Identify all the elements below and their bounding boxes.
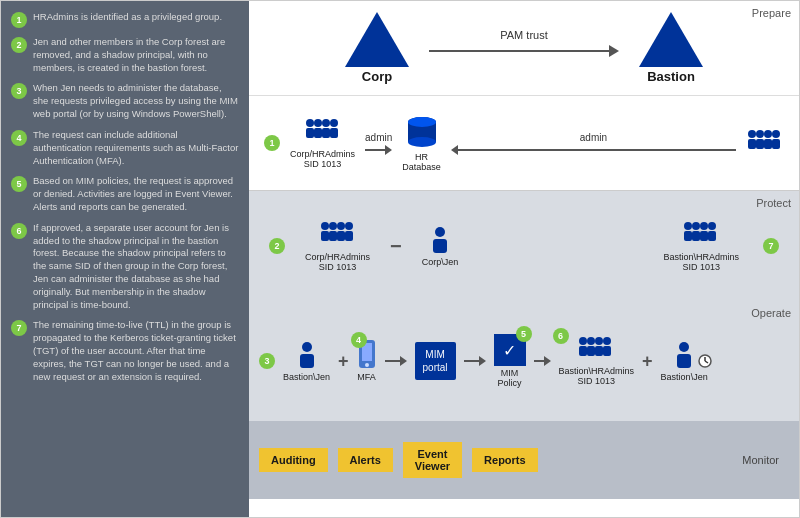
svg-point-16 <box>764 130 772 138</box>
step-circle-6: 6 <box>11 223 27 239</box>
top-area: Corp PAM trust Bastion Prepare <box>249 1 799 96</box>
svg-point-30 <box>684 222 692 230</box>
prepare-section: 1 Corp/HRAdminsSID 1013 admin <box>249 96 799 191</box>
operate-bastionjen-label: Bastion\Jen <box>283 372 330 382</box>
mim-portal-line2: portal <box>423 361 448 374</box>
bastion-group-people-icon <box>746 128 784 158</box>
corp-label: Corp <box>362 69 392 84</box>
step-2: 2 Jen and other members in the Corp fore… <box>11 36 239 74</box>
step-4: 4 The request can include additional aut… <box>11 129 239 167</box>
arrow-shaft <box>429 50 609 52</box>
corp-hradmins-label: Corp/HRAdminsSID 1013 <box>290 149 355 169</box>
operate-jen-icon <box>297 340 317 370</box>
plus-icon-2: + <box>642 351 653 372</box>
operate-arrow-3 <box>534 356 551 366</box>
protect-section: 2 Corp/HRAdminsSID 1013 − <box>249 191 799 301</box>
operate-jen2-icon <box>674 340 694 370</box>
arrow-head-left-icon <box>385 145 392 155</box>
operate-section: 3 Bastion\Jen + 4 MFA <box>249 301 799 421</box>
mim-policy-group: 5 ✓ MIMPolicy <box>494 334 526 388</box>
svg-point-51 <box>679 342 689 352</box>
svg-point-49 <box>603 337 611 345</box>
bastion-label: Bastion <box>647 69 695 84</box>
admin-right-label: admin <box>580 132 607 143</box>
step-text-6: If approved, a separate user account for… <box>33 222 239 312</box>
operate-section-label: Operate <box>751 307 791 319</box>
protect-bastion-hr-group: Bastion\HRAdminsSID 1013 <box>663 220 739 272</box>
svg-point-47 <box>595 337 603 345</box>
step-text-3: When Jen needs to administer the databas… <box>33 82 239 120</box>
event-viewer-button[interactable]: Event Viewer <box>403 442 462 478</box>
database-icon <box>404 114 440 150</box>
left-panel: 1 HRAdmins is identified as a privileged… <box>1 1 249 517</box>
svg-point-28 <box>435 227 445 237</box>
protect-section-label: Protect <box>756 197 791 209</box>
hr-database-label: HRDatabase <box>402 152 441 172</box>
prepare-step-badge: 1 <box>264 135 280 151</box>
protect-corp-hr-label: Corp/HRAdminsSID 1013 <box>305 252 370 272</box>
protect-jen-icon <box>430 225 450 255</box>
mim-portal-box: MIM portal <box>415 342 456 380</box>
svg-point-36 <box>708 222 716 230</box>
svg-point-4 <box>322 119 330 127</box>
svg-point-38 <box>302 342 312 352</box>
svg-rect-37 <box>708 231 716 241</box>
svg-point-32 <box>692 222 700 230</box>
clock-icon <box>698 354 712 368</box>
svg-rect-17 <box>764 139 772 149</box>
svg-rect-39 <box>300 354 314 368</box>
pam-arrow <box>429 45 619 57</box>
corp-hradmins-group: Corp/HRAdminsSID 1013 <box>290 117 355 169</box>
operate-step4-badge: 4 <box>351 332 367 348</box>
operate-bastion-group-icon <box>577 336 615 364</box>
svg-rect-19 <box>772 139 780 149</box>
admin-left-label: admin <box>365 132 392 143</box>
svg-point-14 <box>756 130 764 138</box>
alerts-button[interactable]: Alerts <box>338 448 393 472</box>
svg-rect-5 <box>322 128 330 138</box>
prepare-section-label: Prepare <box>752 7 791 19</box>
mim-portal-line1: MIM <box>423 348 448 361</box>
operate-step6-badge: 6 <box>553 328 569 344</box>
svg-point-10 <box>408 137 436 147</box>
svg-point-26 <box>345 222 353 230</box>
admin-right-arrow <box>451 145 736 155</box>
arrow-head-right-icon <box>451 145 458 155</box>
svg-rect-29 <box>433 239 447 253</box>
protect-step7-badge: 7 <box>763 238 779 254</box>
reports-button[interactable]: Reports <box>472 448 538 472</box>
svg-rect-15 <box>756 139 764 149</box>
step-text-1: HRAdmins is identified as a privileged g… <box>33 11 222 24</box>
svg-point-12 <box>748 130 756 138</box>
operate-step3-badge: 3 <box>259 353 275 369</box>
auditing-button[interactable]: Auditing <box>259 448 328 472</box>
admin-left-container: admin <box>365 132 392 155</box>
svg-rect-3 <box>314 128 322 138</box>
svg-rect-27 <box>345 231 353 241</box>
svg-point-0 <box>306 119 314 127</box>
arrow-head-op3-icon <box>544 356 551 366</box>
operate-bastion-hr-label: Bastion\HRAdminsSID 1013 <box>559 366 635 386</box>
group-people-icon <box>304 117 342 147</box>
operate-arrow-1 <box>385 356 407 366</box>
svg-point-42 <box>365 363 369 367</box>
svg-rect-1 <box>306 128 314 138</box>
step-text-2: Jen and other members in the Corp forest… <box>33 36 239 74</box>
right-panel: Corp PAM trust Bastion Prepare 1 <box>249 1 799 517</box>
svg-rect-7 <box>330 128 338 138</box>
svg-rect-44 <box>579 346 587 356</box>
plus-icon-1: + <box>338 351 349 372</box>
arrow-shaft-op2 <box>464 360 479 362</box>
protect-bastion-hr-label: Bastion\HRAdminsSID 1013 <box>663 252 739 272</box>
monitor-section: Auditing Alerts Event Viewer Reports Mon… <box>249 421 799 499</box>
svg-point-18 <box>772 130 780 138</box>
step-circle-1: 1 <box>11 12 27 28</box>
step-7: 7 The remaining time-to-live (TTL) in th… <box>11 319 239 383</box>
operate-bastionjen-group: Bastion\Jen <box>283 340 330 382</box>
step-5: 5 Based on MIM policies, the request is … <box>11 175 239 213</box>
pam-label: PAM trust <box>500 29 547 41</box>
admin-left-arrow <box>365 145 392 155</box>
main-container: 1 HRAdmins is identified as a privileged… <box>0 0 800 518</box>
svg-rect-13 <box>748 139 756 149</box>
admin-right-container: admin <box>451 132 736 155</box>
